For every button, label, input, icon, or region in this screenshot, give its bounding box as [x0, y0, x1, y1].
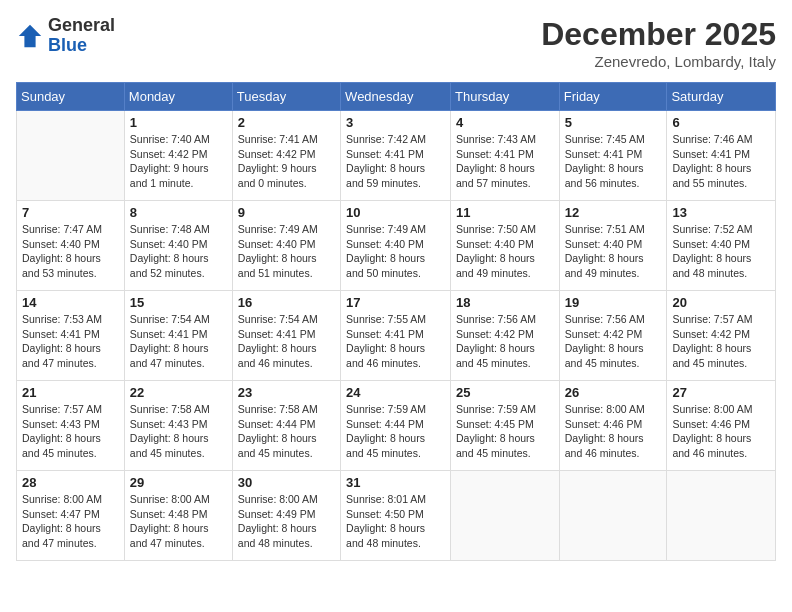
day-info: Sunrise: 7:51 AMSunset: 4:40 PMDaylight:… [565, 222, 662, 281]
calendar-cell: 8Sunrise: 7:48 AMSunset: 4:40 PMDaylight… [124, 201, 232, 291]
day-info: Sunrise: 7:57 AMSunset: 4:43 PMDaylight:… [22, 402, 119, 461]
day-number: 28 [22, 475, 119, 490]
day-number: 4 [456, 115, 554, 130]
day-number: 10 [346, 205, 445, 220]
calendar-cell: 6Sunrise: 7:46 AMSunset: 4:41 PMDaylight… [667, 111, 776, 201]
logo-text: General Blue [48, 16, 115, 56]
day-number: 8 [130, 205, 227, 220]
calendar-header-row: SundayMondayTuesdayWednesdayThursdayFrid… [17, 83, 776, 111]
calendar-cell: 1Sunrise: 7:40 AMSunset: 4:42 PMDaylight… [124, 111, 232, 201]
day-number: 17 [346, 295, 445, 310]
logo-general-text: General [48, 16, 115, 36]
day-number: 16 [238, 295, 335, 310]
calendar-week-1: 1Sunrise: 7:40 AMSunset: 4:42 PMDaylight… [17, 111, 776, 201]
day-info: Sunrise: 7:45 AMSunset: 4:41 PMDaylight:… [565, 132, 662, 191]
calendar-week-2: 7Sunrise: 7:47 AMSunset: 4:40 PMDaylight… [17, 201, 776, 291]
calendar-header-monday: Monday [124, 83, 232, 111]
day-number: 1 [130, 115, 227, 130]
day-number: 24 [346, 385, 445, 400]
calendar-cell: 27Sunrise: 8:00 AMSunset: 4:46 PMDayligh… [667, 381, 776, 471]
calendar-cell: 15Sunrise: 7:54 AMSunset: 4:41 PMDayligh… [124, 291, 232, 381]
day-info: Sunrise: 8:00 AMSunset: 4:47 PMDaylight:… [22, 492, 119, 551]
day-info: Sunrise: 7:54 AMSunset: 4:41 PMDaylight:… [238, 312, 335, 371]
day-number: 22 [130, 385, 227, 400]
calendar-header-thursday: Thursday [451, 83, 560, 111]
day-info: Sunrise: 7:40 AMSunset: 4:42 PMDaylight:… [130, 132, 227, 191]
day-info: Sunrise: 7:43 AMSunset: 4:41 PMDaylight:… [456, 132, 554, 191]
day-number: 15 [130, 295, 227, 310]
calendar-cell: 16Sunrise: 7:54 AMSunset: 4:41 PMDayligh… [232, 291, 340, 381]
day-number: 14 [22, 295, 119, 310]
calendar-week-4: 21Sunrise: 7:57 AMSunset: 4:43 PMDayligh… [17, 381, 776, 471]
page-header: General Blue December 2025 Zenevredo, Lo… [16, 16, 776, 70]
calendar-cell [667, 471, 776, 561]
calendar-cell: 7Sunrise: 7:47 AMSunset: 4:40 PMDaylight… [17, 201, 125, 291]
calendar-cell: 14Sunrise: 7:53 AMSunset: 4:41 PMDayligh… [17, 291, 125, 381]
day-info: Sunrise: 7:58 AMSunset: 4:43 PMDaylight:… [130, 402, 227, 461]
calendar-cell: 19Sunrise: 7:56 AMSunset: 4:42 PMDayligh… [559, 291, 667, 381]
day-info: Sunrise: 7:59 AMSunset: 4:45 PMDaylight:… [456, 402, 554, 461]
day-info: Sunrise: 7:49 AMSunset: 4:40 PMDaylight:… [238, 222, 335, 281]
calendar-cell: 5Sunrise: 7:45 AMSunset: 4:41 PMDaylight… [559, 111, 667, 201]
calendar-week-3: 14Sunrise: 7:53 AMSunset: 4:41 PMDayligh… [17, 291, 776, 381]
day-info: Sunrise: 7:41 AMSunset: 4:42 PMDaylight:… [238, 132, 335, 191]
calendar-week-5: 28Sunrise: 8:00 AMSunset: 4:47 PMDayligh… [17, 471, 776, 561]
day-info: Sunrise: 7:58 AMSunset: 4:44 PMDaylight:… [238, 402, 335, 461]
day-number: 27 [672, 385, 770, 400]
day-info: Sunrise: 7:48 AMSunset: 4:40 PMDaylight:… [130, 222, 227, 281]
day-number: 2 [238, 115, 335, 130]
day-number: 3 [346, 115, 445, 130]
calendar-cell: 2Sunrise: 7:41 AMSunset: 4:42 PMDaylight… [232, 111, 340, 201]
month-title: December 2025 [541, 16, 776, 53]
day-number: 26 [565, 385, 662, 400]
day-info: Sunrise: 7:53 AMSunset: 4:41 PMDaylight:… [22, 312, 119, 371]
calendar-cell: 21Sunrise: 7:57 AMSunset: 4:43 PMDayligh… [17, 381, 125, 471]
calendar-header-wednesday: Wednesday [341, 83, 451, 111]
day-info: Sunrise: 7:54 AMSunset: 4:41 PMDaylight:… [130, 312, 227, 371]
calendar-header-sunday: Sunday [17, 83, 125, 111]
day-info: Sunrise: 7:50 AMSunset: 4:40 PMDaylight:… [456, 222, 554, 281]
day-number: 6 [672, 115, 770, 130]
day-info: Sunrise: 8:00 AMSunset: 4:46 PMDaylight:… [672, 402, 770, 461]
calendar-cell: 26Sunrise: 8:00 AMSunset: 4:46 PMDayligh… [559, 381, 667, 471]
day-number: 29 [130, 475, 227, 490]
calendar-cell: 3Sunrise: 7:42 AMSunset: 4:41 PMDaylight… [341, 111, 451, 201]
day-info: Sunrise: 7:55 AMSunset: 4:41 PMDaylight:… [346, 312, 445, 371]
day-info: Sunrise: 7:52 AMSunset: 4:40 PMDaylight:… [672, 222, 770, 281]
title-block: December 2025 Zenevredo, Lombardy, Italy [541, 16, 776, 70]
day-number: 21 [22, 385, 119, 400]
day-number: 30 [238, 475, 335, 490]
day-info: Sunrise: 8:00 AMSunset: 4:46 PMDaylight:… [565, 402, 662, 461]
logo: General Blue [16, 16, 115, 56]
day-info: Sunrise: 7:56 AMSunset: 4:42 PMDaylight:… [456, 312, 554, 371]
day-number: 13 [672, 205, 770, 220]
calendar-cell: 13Sunrise: 7:52 AMSunset: 4:40 PMDayligh… [667, 201, 776, 291]
day-number: 11 [456, 205, 554, 220]
calendar-cell: 24Sunrise: 7:59 AMSunset: 4:44 PMDayligh… [341, 381, 451, 471]
calendar-cell [451, 471, 560, 561]
day-info: Sunrise: 7:59 AMSunset: 4:44 PMDaylight:… [346, 402, 445, 461]
calendar-header-saturday: Saturday [667, 83, 776, 111]
calendar-cell: 17Sunrise: 7:55 AMSunset: 4:41 PMDayligh… [341, 291, 451, 381]
day-info: Sunrise: 7:49 AMSunset: 4:40 PMDaylight:… [346, 222, 445, 281]
calendar-header-tuesday: Tuesday [232, 83, 340, 111]
calendar-cell: 22Sunrise: 7:58 AMSunset: 4:43 PMDayligh… [124, 381, 232, 471]
day-info: Sunrise: 7:47 AMSunset: 4:40 PMDaylight:… [22, 222, 119, 281]
calendar-cell [559, 471, 667, 561]
day-info: Sunrise: 7:57 AMSunset: 4:42 PMDaylight:… [672, 312, 770, 371]
calendar-cell: 29Sunrise: 8:00 AMSunset: 4:48 PMDayligh… [124, 471, 232, 561]
logo-icon [16, 22, 44, 50]
location: Zenevredo, Lombardy, Italy [541, 53, 776, 70]
day-number: 9 [238, 205, 335, 220]
svg-marker-0 [19, 25, 41, 47]
calendar-cell: 10Sunrise: 7:49 AMSunset: 4:40 PMDayligh… [341, 201, 451, 291]
day-info: Sunrise: 8:00 AMSunset: 4:48 PMDaylight:… [130, 492, 227, 551]
calendar-cell: 20Sunrise: 7:57 AMSunset: 4:42 PMDayligh… [667, 291, 776, 381]
calendar-cell: 31Sunrise: 8:01 AMSunset: 4:50 PMDayligh… [341, 471, 451, 561]
calendar-cell: 23Sunrise: 7:58 AMSunset: 4:44 PMDayligh… [232, 381, 340, 471]
calendar-cell: 9Sunrise: 7:49 AMSunset: 4:40 PMDaylight… [232, 201, 340, 291]
calendar-cell: 4Sunrise: 7:43 AMSunset: 4:41 PMDaylight… [451, 111, 560, 201]
day-number: 23 [238, 385, 335, 400]
logo-blue-text: Blue [48, 36, 115, 56]
calendar-cell: 30Sunrise: 8:00 AMSunset: 4:49 PMDayligh… [232, 471, 340, 561]
